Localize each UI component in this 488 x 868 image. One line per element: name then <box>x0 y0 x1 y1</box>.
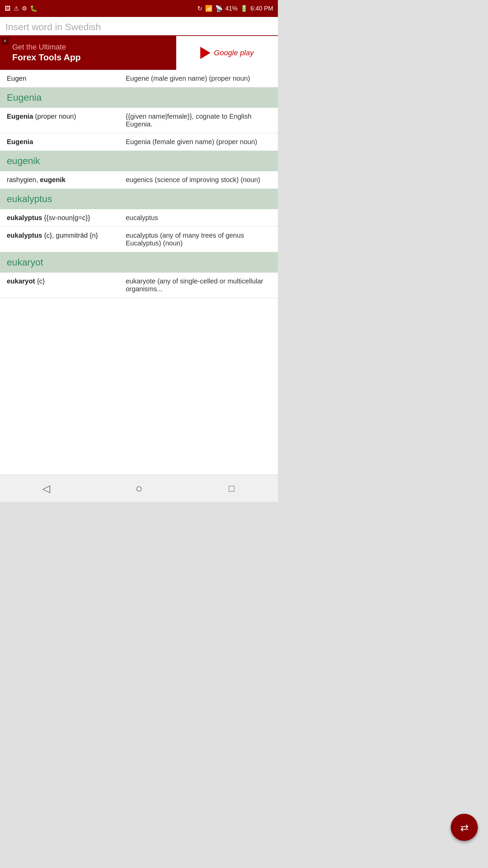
swedish-word: Eugen <box>7 75 126 82</box>
swedish-word: eukaryot {c} <box>7 277 126 285</box>
section-header-eukalyptus: eukalyptus <box>0 189 278 209</box>
ad-google-play-button[interactable]: Google play <box>176 36 278 70</box>
english-definition: eukaryote (any of single-celled or multi… <box>126 277 271 293</box>
section-title: eugenik <box>7 156 271 166</box>
section-header-eugenia: Eugenia <box>0 87 278 108</box>
status-icons-right: ↻ 📶 📡 41% 🔋 6:40 PM <box>197 5 273 12</box>
back-button[interactable] <box>33 478 60 499</box>
play-triangle-icon <box>200 47 210 59</box>
time-display: 6:40 PM <box>250 5 273 12</box>
english-definition: eucalyptus (any of many trees of genus E… <box>126 232 271 247</box>
ad-banner: × Get the Ultimate Forex Tools App Googl… <box>0 36 278 70</box>
google-play-label: Google play <box>214 48 253 57</box>
table-row: Eugen Eugene (male given name) (proper n… <box>0 70 278 87</box>
ad-text: Get the Ultimate Forex Tools App <box>5 42 81 63</box>
dictionary-content: Eugen Eugene (male given name) (proper n… <box>0 70 278 475</box>
signal-icon: 📡 <box>215 5 223 12</box>
table-row: Eugenia (proper noun) {{given name|femal… <box>0 108 278 133</box>
table-row: Eugenia Eugenia (female given name) (pro… <box>0 133 278 151</box>
swedish-word: eukalyptus {{sv-noun|g=c}} <box>7 214 126 222</box>
home-icon <box>136 482 143 495</box>
search-input[interactable] <box>5 22 272 33</box>
back-icon <box>42 482 50 494</box>
wifi-icon: 📶 <box>205 5 212 12</box>
section-title: eukaryot <box>7 257 271 268</box>
section-title: eukalyptus <box>7 194 271 204</box>
table-row: eukalyptus {c}, gummiträd {n} eucalyptus… <box>0 227 278 252</box>
recents-button[interactable] <box>218 478 245 499</box>
section-title: Eugenia <box>7 92 271 103</box>
english-definition: Eugenia (female given name) (proper noun… <box>126 138 271 146</box>
bug-icon: 🐛 <box>30 5 37 12</box>
battery-percent: 41% <box>225 5 238 12</box>
english-definition: Eugene (male given name) (proper noun) <box>126 75 271 82</box>
nav-bar <box>0 475 278 502</box>
swedish-word: rashygien, eugenik <box>7 176 126 184</box>
english-definition: eucalyptus <box>126 214 271 222</box>
ad-line1: Get the Ultimate <box>12 43 66 51</box>
search-bar <box>0 17 278 36</box>
status-icons-left: 🖼 ⚠ ⚙ 🐛 <box>5 5 37 12</box>
image-icon: 🖼 <box>5 5 11 12</box>
english-definition: eugenics (science of improving stock) (n… <box>126 176 271 184</box>
swedish-word: Eugenia <box>7 138 126 146</box>
swedish-word: eukalyptus {c}, gummiträd {n} <box>7 232 126 239</box>
ad-close-button[interactable]: × <box>1 37 9 45</box>
battery-icon: 🔋 <box>240 5 248 12</box>
section-header-eukaryot: eukaryot <box>0 252 278 273</box>
warning-icon: ⚠ <box>14 5 19 12</box>
english-definition: {{given name|female}}, cognate to Englis… <box>126 113 271 128</box>
ad-line2: Forex Tools App <box>12 52 81 62</box>
table-row: eukalyptus {{sv-noun|g=c}} eucalyptus <box>0 209 278 227</box>
table-row: rashygien, eugenik eugenics (science of … <box>0 171 278 189</box>
section-header-eugenik: eugenik <box>0 151 278 171</box>
recents-icon <box>229 483 235 494</box>
table-row: eukaryot {c} eukaryote (any of single-ce… <box>0 273 278 298</box>
usb-icon: ⚙ <box>22 5 27 12</box>
home-button[interactable] <box>125 478 152 499</box>
sync-icon: ↻ <box>197 5 202 12</box>
status-bar: 🖼 ⚠ ⚙ 🐛 ↻ 📶 📡 41% 🔋 6:40 PM <box>0 0 278 17</box>
swedish-word: Eugenia (proper noun) <box>7 113 126 120</box>
